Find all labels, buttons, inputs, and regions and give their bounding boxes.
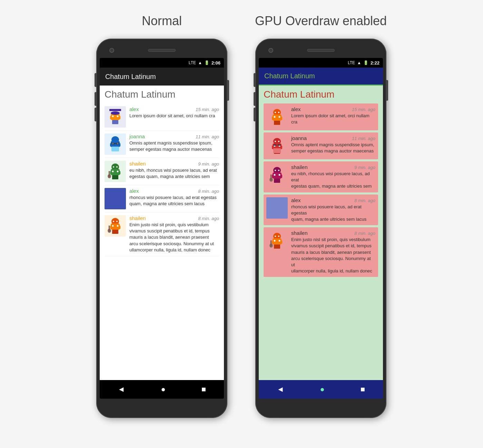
svg-rect-59 bbox=[273, 115, 282, 121]
gpu-item-content-alex-2: alex 8 min. ago rhoncus wisi posuere lac… bbox=[291, 197, 375, 223]
svg-rect-7 bbox=[119, 116, 120, 119]
avatar-alex-1 bbox=[105, 106, 126, 128]
normal-phone-section: Normal LTE ▲ 🔋 2:06 Chatum Latinum bbox=[96, 14, 227, 418]
svg-rect-87 bbox=[274, 179, 280, 183]
normal-earpiece bbox=[157, 49, 167, 51]
svg-rect-18 bbox=[119, 143, 120, 147]
item-text-alex-1: Lorem ipsum dolor sit amet, orci nullam … bbox=[129, 113, 219, 119]
svg-rect-40 bbox=[109, 171, 110, 177]
gpu-screen: LTE ▲ 🔋 2:22 Chatum Latinum Chatum Latin… bbox=[259, 58, 383, 399]
normal-battery-icon: 🔋 bbox=[204, 60, 209, 65]
item-text-shailen: eu nibh, rhoncus wisi posuere lacus, ad … bbox=[129, 167, 219, 180]
item-content-alex-2: alex 8 min. ago rhoncus wisi posuere lac… bbox=[129, 188, 219, 209]
svg-rect-37 bbox=[113, 175, 115, 179]
item-time-alex-1: 15 min. ago bbox=[196, 107, 219, 112]
item-content-shailen-2: shailen 8 min. ago Enim justo nisl sit p… bbox=[129, 215, 219, 253]
svg-point-68 bbox=[278, 141, 279, 142]
home-button[interactable]: ● bbox=[161, 385, 166, 394]
svg-point-33 bbox=[117, 171, 118, 172]
item-time-alex-2: 8 min. ago bbox=[198, 189, 219, 194]
gpu-title: GPU Overdraw enabled bbox=[255, 14, 387, 28]
svg-rect-82 bbox=[273, 172, 282, 179]
list-item: alex 8 min. ago rhoncus wisi posuere lac… bbox=[264, 195, 378, 226]
gpu-back-button[interactable]: ◄ bbox=[277, 385, 284, 394]
item-header-shailen: shailen 9 min. ago bbox=[129, 161, 219, 167]
item-name-joanna: joanna bbox=[129, 133, 145, 139]
gpu-robot-icon bbox=[266, 106, 288, 128]
svg-rect-99 bbox=[274, 245, 280, 249]
normal-camera bbox=[109, 48, 114, 53]
svg-rect-76 bbox=[273, 144, 277, 146]
gpu-bottom-nav: ◄ ● ■ bbox=[259, 380, 383, 399]
svg-rect-51 bbox=[113, 230, 115, 233]
gpu-item-time-alex-1: 15 min. ago bbox=[352, 107, 375, 112]
list-item: shailen 9 min. ago eu nibh, rhoncus wisi… bbox=[264, 161, 378, 192]
gpu-item-header-shailen: shailen 9 min. ago bbox=[291, 164, 375, 170]
svg-rect-22 bbox=[111, 147, 119, 151]
gpu-item-time-shailen-2: 8 min. ago bbox=[354, 231, 375, 236]
normal-time: 2:06 bbox=[211, 60, 220, 66]
item-header-alex-2: alex 8 min. ago bbox=[129, 188, 219, 194]
svg-rect-72 bbox=[272, 146, 273, 149]
robot-joanna-icon bbox=[105, 133, 126, 155]
svg-rect-49 bbox=[119, 226, 120, 229]
svg-point-61 bbox=[279, 116, 280, 118]
list-item: joanna 11 min. ago Omnis aptent magnis s… bbox=[264, 132, 378, 159]
gpu-avatar-shailen-2 bbox=[266, 230, 288, 251]
gpu-lte-icon: LTE bbox=[348, 60, 355, 65]
item-time-joanna: 11 min. ago bbox=[196, 134, 219, 139]
svg-point-47 bbox=[117, 225, 118, 227]
svg-point-5 bbox=[117, 116, 118, 117]
gpu-app-title: Chatum Latinum bbox=[264, 72, 315, 80]
svg-rect-35 bbox=[119, 171, 120, 175]
gpu-home-button[interactable]: ● bbox=[320, 385, 325, 394]
avatar-shailen bbox=[105, 161, 126, 182]
gpu-item-text-joanna: Omnis aptent magnis suspendisse ipsum,se… bbox=[291, 142, 375, 154]
robot-shailen-icon bbox=[105, 161, 126, 182]
svg-rect-89 bbox=[270, 175, 272, 181]
svg-rect-86 bbox=[281, 175, 282, 178]
normal-content-heading: Chatum Latinum bbox=[105, 89, 219, 100]
item-content-shailen: shailen 9 min. ago eu nibh, rhoncus wisi… bbox=[129, 161, 219, 182]
item-header-shailen-2: shailen 8 min. ago bbox=[129, 215, 219, 221]
gpu-time: 2:22 bbox=[371, 60, 379, 66]
svg-rect-10 bbox=[109, 109, 121, 111]
gpu-avatar-alex-plain bbox=[266, 197, 288, 219]
list-item: shailen 9 min. ago eu nibh, rhoncus wisi… bbox=[105, 158, 219, 185]
back-button[interactable]: ◄ bbox=[118, 385, 125, 394]
svg-rect-64 bbox=[274, 121, 280, 125]
item-content-joanna: joanna 11 min. ago Omnis aptent magnis s… bbox=[129, 133, 219, 155]
svg-point-58 bbox=[278, 112, 279, 113]
item-text-joanna: Omnis aptent magnis suspendisse ipsum,se… bbox=[129, 140, 219, 152]
svg-rect-75 bbox=[273, 148, 281, 153]
robot-icon bbox=[105, 106, 126, 128]
normal-speaker bbox=[148, 49, 176, 52]
gpu-avatar-joanna bbox=[266, 135, 288, 157]
gpu-recent-button[interactable]: ■ bbox=[361, 385, 365, 394]
svg-rect-52 bbox=[116, 230, 118, 233]
list-item: joanna 11 min. ago Omnis aptent magnis s… bbox=[105, 131, 219, 158]
svg-rect-17 bbox=[110, 143, 111, 147]
gpu-item-name-alex-1: alex bbox=[291, 106, 301, 112]
normal-bottom-nav: ◄ ● ■ bbox=[100, 380, 224, 399]
list-item: shailen 8 min. ago Enim justo nisl sit p… bbox=[105, 212, 219, 256]
gpu-item-time-joanna: 11 min. ago bbox=[352, 136, 375, 141]
svg-point-46 bbox=[112, 225, 114, 227]
gpu-item-header-joanna: joanna 11 min. ago bbox=[291, 135, 375, 141]
gpu-item-text-alex-1: Lorem ipsum dolor sit amet, orci nullam … bbox=[291, 113, 375, 125]
item-time-shailen: 9 min. ago bbox=[198, 161, 219, 167]
svg-point-32 bbox=[112, 171, 114, 172]
svg-point-30 bbox=[116, 166, 118, 168]
recent-button[interactable]: ■ bbox=[201, 385, 206, 394]
gpu-robot-shailen-icon bbox=[266, 164, 288, 186]
gpu-item-content-shailen: shailen 9 min. ago eu nibh, rhoncus wisi… bbox=[291, 164, 375, 190]
gpu-item-content-joanna: joanna 11 min. ago Omnis aptent magnis s… bbox=[291, 135, 375, 157]
normal-status-bar: LTE ▲ 🔋 2:06 bbox=[100, 58, 224, 68]
svg-point-11 bbox=[111, 111, 120, 115]
svg-point-93 bbox=[278, 236, 279, 237]
gpu-item-name-alex-2: alex bbox=[291, 197, 301, 203]
gpu-content-heading: Chatum Latinum bbox=[264, 89, 378, 100]
gpu-item-text-alex-2: rhoncus wisi posuere lacus, ad erat eges… bbox=[291, 204, 375, 223]
item-text-alex-2: rhoncus wisi posuere lacus, ad erat eges… bbox=[129, 195, 219, 207]
gpu-camera bbox=[268, 48, 273, 53]
